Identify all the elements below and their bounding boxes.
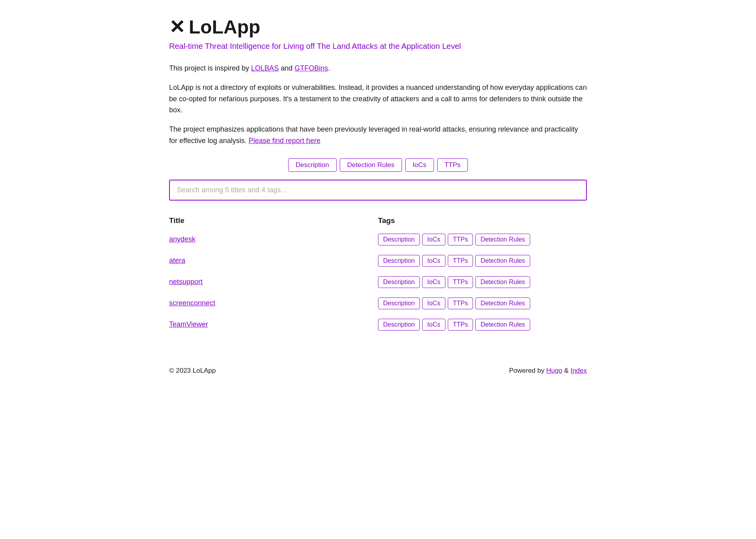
title-link-netsupport[interactable]: netsupport [169, 278, 203, 286]
page-footer: © 2023 LoLApp Powered by Hugo & Index [169, 359, 587, 375]
footer-copyright: © 2023 LoLApp [169, 367, 216, 375]
intro1-pre: This project is inspired by [169, 64, 251, 72]
title-cell-atera: atera [169, 256, 378, 265]
tag-detection-rules[interactable]: Detection Rules [475, 234, 530, 245]
results-table: Title Tags anydesk Description IoCs TTPs… [169, 212, 587, 335]
logo-icon: ✕ [169, 16, 185, 38]
tag-ttps[interactable]: TTPs [448, 234, 473, 245]
table-row: netsupport Description IoCs TTPs Detecti… [169, 271, 587, 293]
filter-btn-description[interactable]: Description [288, 158, 337, 172]
table-row: atera Description IoCs TTPs Detection Ru… [169, 250, 587, 271]
title-cell-screenconnect: screenconnect [169, 299, 378, 307]
index-link[interactable]: Index [570, 367, 587, 374]
tag-description[interactable]: Description [378, 319, 420, 331]
tags-cell-netsupport: Description IoCs TTPs Detection Rules [378, 276, 587, 288]
tag-iocs[interactable]: IoCs [422, 234, 445, 245]
tag-iocs[interactable]: IoCs [422, 276, 445, 288]
title-cell-anydesk: anydesk [169, 235, 378, 243]
title-link-atera[interactable]: atera [169, 256, 185, 264]
intro3-pre: The project emphasizes applications that… [169, 125, 578, 145]
intro1-and: and [279, 64, 294, 72]
site-tagline: Real-time Threat Intelligence for Living… [169, 42, 587, 51]
title-link-teamviewer[interactable]: TeamViewer [169, 320, 208, 328]
col-title-header: Title [169, 216, 378, 225]
table-row: TeamViewer Description IoCs TTPs Detecti… [169, 314, 587, 335]
intro-paragraph-2: LoLApp is not a directory of exploits or… [169, 82, 587, 116]
tag-detection-rules[interactable]: Detection Rules [475, 297, 530, 309]
tag-ttps[interactable]: TTPs [448, 276, 473, 288]
title-link-anydesk[interactable]: anydesk [169, 235, 196, 243]
gtfobins-link[interactable]: GTFOBins [294, 64, 328, 72]
tags-cell-screenconnect: Description IoCs TTPs Detection Rules [378, 297, 587, 309]
filter-btn-iocs[interactable]: IoCs [405, 158, 434, 172]
title-cell-teamviewer: TeamViewer [169, 320, 378, 329]
tag-detection-rules[interactable]: Detection Rules [475, 319, 530, 331]
footer-powered: Powered by Hugo & Index [509, 367, 587, 375]
table-header: Title Tags [169, 212, 587, 229]
tag-iocs[interactable]: IoCs [422, 319, 445, 331]
tag-iocs[interactable]: IoCs [422, 297, 445, 309]
intro1-post: . [328, 64, 330, 72]
tags-cell-teamviewer: Description IoCs TTPs Detection Rules [378, 319, 587, 331]
site-title: ✕ LoLApp [169, 16, 587, 38]
filter-btn-detection-rules[interactable]: Detection Rules [340, 158, 402, 172]
col-tags-header: Tags [378, 216, 587, 225]
tag-description[interactable]: Description [378, 234, 420, 245]
title-link-screenconnect[interactable]: screenconnect [169, 299, 215, 307]
intro-paragraph-3: The project emphasizes applications that… [169, 124, 587, 147]
tag-ttps[interactable]: TTPs [448, 255, 473, 267]
tag-description[interactable]: Description [378, 276, 420, 288]
tag-ttps[interactable]: TTPs [448, 319, 473, 331]
intro-paragraph-1: This project is inspired by LOLBAS and G… [169, 63, 587, 74]
tag-iocs[interactable]: IoCs [422, 255, 445, 267]
tag-description[interactable]: Description [378, 297, 420, 309]
tags-cell-anydesk: Description IoCs TTPs Detection Rules [378, 234, 587, 245]
tag-detection-rules[interactable]: Detection Rules [475, 276, 530, 288]
filter-buttons-row: Description Detection Rules IoCs TTPs [169, 158, 587, 172]
lolbas-link[interactable]: LOLBAS [251, 64, 279, 72]
hugo-link[interactable]: Hugo [546, 367, 562, 374]
table-row: screenconnect Description IoCs TTPs Dete… [169, 293, 587, 314]
search-container [169, 180, 587, 201]
site-name: LoLApp [189, 16, 260, 38]
report-link[interactable]: Please find report here [249, 137, 320, 145]
title-cell-netsupport: netsupport [169, 278, 378, 286]
tag-description[interactable]: Description [378, 255, 420, 267]
tags-cell-atera: Description IoCs TTPs Detection Rules [378, 255, 587, 267]
tag-ttps[interactable]: TTPs [448, 297, 473, 309]
filter-btn-ttps[interactable]: TTPs [437, 158, 468, 172]
table-row: anydesk Description IoCs TTPs Detection … [169, 229, 587, 250]
search-input[interactable] [169, 180, 587, 201]
tag-detection-rules[interactable]: Detection Rules [475, 255, 530, 267]
